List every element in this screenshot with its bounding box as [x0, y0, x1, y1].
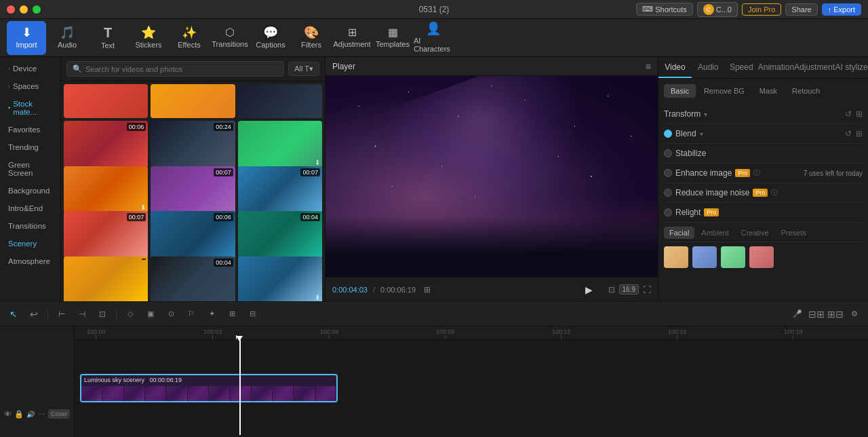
relight-preset-4[interactable] — [749, 246, 774, 268]
relight-preset-3[interactable] — [721, 246, 745, 268]
list-item[interactable] — [238, 84, 322, 118]
relight-preset-1[interactable] — [664, 246, 688, 268]
relight-tab-ambient[interactable]: Ambient — [696, 227, 734, 239]
download-icon[interactable]: ⬇ — [140, 204, 146, 211]
toolbar-item-templates[interactable]: ▦ Templates — [373, 21, 412, 55]
diamond-tool[interactable]: ◇ — [122, 306, 138, 322]
search-box[interactable]: 🔍 — [66, 61, 284, 77]
aspect-ratio-badge[interactable]: 16:9 — [619, 284, 639, 294]
track-more-button[interactable]: ⋯ — [37, 408, 45, 420]
list-item[interactable]: ⬇ — [238, 121, 322, 168]
stabilize-toggle[interactable] — [664, 149, 672, 157]
share-button[interactable]: Share — [785, 3, 817, 16]
play-button[interactable]: ▶ — [580, 280, 599, 299]
sidebar-item-device[interactable]: › Device — [3, 60, 58, 77]
relight-toggle[interactable] — [664, 208, 672, 216]
fit-icon[interactable]: ⊡ — [608, 285, 615, 294]
toolbar-item-effects[interactable]: ✨ Effects — [170, 21, 209, 55]
image-tool[interactable]: ⊟ — [244, 306, 260, 322]
list-item[interactable]: ⬇ — [238, 256, 322, 302]
freeze-tool[interactable]: ⊙ — [163, 306, 179, 322]
keyboard-shortcuts-button[interactable]: ⌨ Shortcuts — [636, 3, 692, 16]
relight-preset-2[interactable] — [692, 246, 717, 268]
sidebar-item-green-screen[interactable]: Green Screen — [3, 157, 58, 181]
blend-toggle[interactable] — [664, 130, 672, 138]
export-button[interactable]: ↑ Export — [822, 3, 861, 16]
undo-button[interactable]: ↩ — [26, 306, 42, 322]
playhead[interactable] — [239, 340, 241, 435]
transform-reset-icon[interactable]: ↺ — [845, 109, 852, 119]
toolbar-item-adjustment[interactable]: ⊞ Adjustment — [332, 21, 372, 55]
toolbar-item-text[interactable]: T Text — [88, 21, 127, 55]
sidebar-item-atmosphere[interactable]: Atmosphere — [3, 253, 58, 269]
list-item[interactable]: 00:07 — [238, 166, 322, 214]
sidebar-item-spaces[interactable]: › Spaces — [3, 78, 58, 94]
track-lock-button[interactable]: 🔒 — [14, 408, 24, 420]
cover-label[interactable]: Cover — [48, 409, 70, 419]
track-visible-button[interactable]: 👁 — [4, 408, 12, 420]
list-item[interactable] — [64, 84, 148, 118]
tab-video[interactable]: Video — [658, 57, 692, 78]
zoom-out-button[interactable]: ⊟⊞ — [808, 306, 825, 322]
toolbar-item-ai-characters[interactable]: 👤 AI Characters — [414, 21, 453, 55]
list-item[interactable]: ⬇ — [64, 166, 148, 214]
mic-button[interactable]: 🎤 — [789, 306, 806, 322]
join-pro-button[interactable]: Join Pro — [742, 3, 781, 16]
split-right-tool[interactable]: ⊣ — [74, 306, 90, 322]
player-menu-button[interactable]: ≡ — [646, 61, 651, 72]
list-item[interactable]: 00:07 — [64, 211, 148, 259]
tab-animation[interactable]: Animation — [758, 57, 794, 78]
sub-tab-remove-bg[interactable]: Remove BG — [697, 84, 751, 98]
sub-tab-basic[interactable]: Basic — [664, 84, 696, 98]
transform-info-icon[interactable]: ▾ — [704, 111, 707, 118]
blend-reset-icon[interactable]: ↺ — [845, 129, 852, 138]
zoom-in-button[interactable]: ⊞⊟ — [827, 306, 844, 322]
track-audio-button[interactable]: 🔊 — [26, 408, 35, 420]
sidebar-item-trending[interactable]: Trending — [3, 139, 58, 155]
list-item[interactable]: 00:06 — [64, 121, 148, 168]
timeline-settings-button[interactable]: ⚙ — [846, 306, 863, 322]
maximize-button[interactable] — [33, 5, 41, 14]
relight-tab-facial[interactable]: Facial — [664, 227, 694, 239]
list-item[interactable] — [64, 256, 148, 302]
download-icon[interactable]: ⬇ — [315, 159, 320, 166]
minimize-button[interactable] — [20, 5, 28, 14]
split-left-tool[interactable]: ⊢ — [54, 306, 70, 322]
toolbar-item-audio[interactable]: 🎵 Audio — [47, 21, 87, 55]
sidebar-item-background[interactable]: Background — [3, 183, 58, 199]
account-button[interactable]: C C...0 — [697, 2, 738, 17]
enhance-image-info-icon[interactable]: ⓘ — [753, 168, 760, 178]
list-item[interactable]: 00:07 — [151, 166, 235, 214]
select-tool[interactable]: ↖ — [5, 306, 22, 322]
download-icon[interactable]: ⬇ — [315, 294, 320, 301]
crop-tool[interactable]: ⊞ — [224, 306, 240, 322]
star-tool[interactable]: ✦ — [203, 306, 220, 322]
tab-adjustment[interactable]: Adjustment — [794, 57, 835, 78]
tab-ai-stylize[interactable]: AI stylize — [835, 57, 868, 78]
sidebar-item-intro-end[interactable]: Intro&End — [3, 200, 58, 216]
sidebar-item-favorites[interactable]: Favorites — [3, 121, 58, 138]
list-item[interactable]: 00:04 — [238, 211, 322, 259]
sidebar-item-scenery[interactable]: Scenery — [3, 235, 58, 252]
relight-tab-creative[interactable]: Creative — [736, 227, 774, 239]
tab-audio[interactable]: Audio — [692, 57, 725, 78]
close-button[interactable] — [7, 5, 15, 14]
tab-speed[interactable]: Speed — [725, 57, 758, 78]
toolbar-item-import[interactable]: ⬇ Import — [7, 21, 46, 55]
reduce-noise-toggle[interactable] — [664, 189, 672, 197]
blend-expand-icon[interactable]: ⊞ — [856, 129, 863, 138]
transform-expand-icon[interactable]: ⊞ — [856, 109, 863, 119]
video-clip[interactable]: Luminous sky scenery 00:00:06:19 — [80, 374, 338, 402]
list-item[interactable]: 00:06 — [151, 211, 235, 259]
relight-tab-presets[interactable]: Presets — [776, 227, 812, 239]
toolbar-item-stickers[interactable]: ⭐ Stickers — [129, 21, 168, 55]
search-input[interactable] — [85, 65, 278, 73]
list-item[interactable]: 00:04 — [151, 256, 235, 302]
list-item[interactable]: 00:24 — [151, 121, 235, 168]
sub-tab-mask[interactable]: Mask — [753, 84, 784, 98]
sub-tab-retouch[interactable]: Retouch — [785, 84, 827, 98]
toolbar-item-captions[interactable]: 💬 Captions — [251, 21, 290, 55]
list-item[interactable] — [151, 84, 235, 118]
toolbar-item-transitions[interactable]: ⬡ Transitions — [210, 21, 250, 55]
toolbar-item-filters[interactable]: 🎨 Filters — [292, 21, 331, 55]
